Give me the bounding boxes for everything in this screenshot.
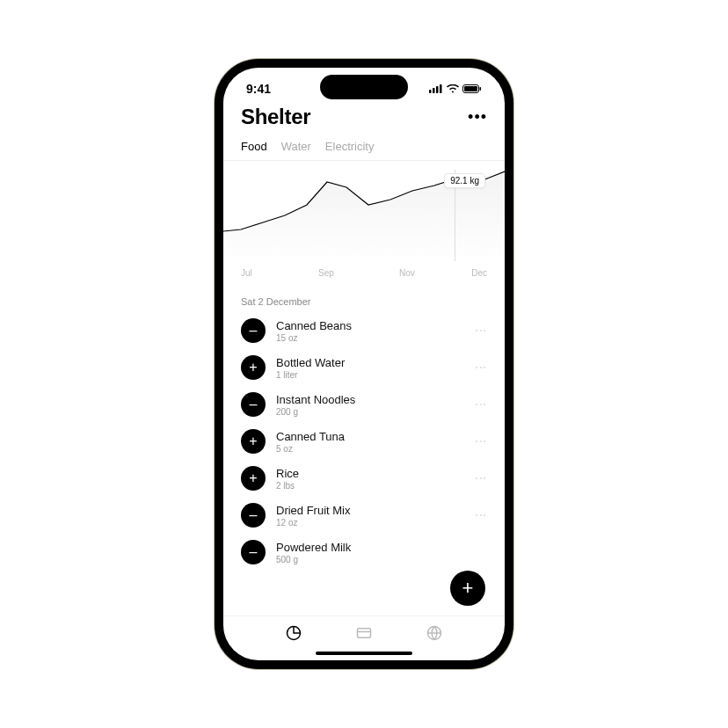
plus-icon[interactable] — [241, 466, 266, 491]
status-time: 9:41 — [246, 82, 271, 96]
chart-pie-icon[interactable] — [286, 625, 302, 641]
tick-sep: Sep — [318, 268, 334, 278]
list-item: Rice 2 lbs ⋮ — [241, 460, 487, 497]
svg-rect-8 — [358, 629, 371, 638]
item-more-icon[interactable]: ⋮ — [475, 436, 487, 448]
more-icon[interactable]: ••• — [468, 108, 487, 127]
svg-rect-6 — [480, 87, 482, 91]
svg-rect-2 — [436, 86, 439, 93]
minus-icon[interactable] — [241, 540, 266, 564]
item-more-icon[interactable]: ⋮ — [475, 325, 487, 337]
wifi-icon — [447, 84, 459, 93]
phone-frame: 9:41 Shelter ••• Food Water Electricity — [215, 59, 513, 669]
list-item: Instant Noodles 200 g ⋮ — [241, 386, 487, 423]
svg-rect-3 — [440, 84, 442, 93]
signal-icon — [429, 84, 443, 93]
chart-callout: 92.1 kg — [444, 173, 485, 188]
globe-icon[interactable] — [426, 625, 442, 641]
dynamic-island — [320, 75, 408, 99]
item-title: Bottled Water — [276, 356, 464, 369]
item-title: Instant Noodles — [276, 393, 464, 406]
battery-icon — [462, 84, 482, 93]
plus-icon[interactable] — [241, 429, 266, 454]
add-button[interactable]: + — [450, 571, 485, 606]
svg-rect-5 — [464, 86, 477, 91]
item-sub: 2 lbs — [276, 481, 464, 491]
home-indicator[interactable] — [223, 646, 505, 660]
list-item: Dried Fruit Mix 12 oz ⋮ — [241, 497, 487, 534]
svg-rect-1 — [433, 88, 435, 93]
status-icons — [429, 84, 482, 93]
tabs: Food Water Electricity — [223, 135, 505, 161]
list-item: Powdered Milk 500 g — [241, 534, 487, 571]
tab-bar — [223, 615, 505, 646]
svg-rect-0 — [429, 90, 432, 93]
list-item: Canned Tuna 5 oz ⋮ — [241, 423, 487, 460]
date-header: Sat 2 December — [223, 289, 505, 312]
tick-dec: Dec — [471, 268, 487, 278]
item-title: Rice — [276, 467, 464, 480]
item-more-icon[interactable]: ⋮ — [475, 473, 487, 484]
item-title: Canned Tuna — [276, 430, 464, 443]
screen: 9:41 Shelter ••• Food Water Electricity — [223, 68, 505, 660]
item-sub: 15 oz — [276, 333, 464, 343]
item-sub: 500 g — [276, 555, 487, 564]
minus-icon[interactable] — [241, 392, 266, 417]
tab-electricity[interactable]: Electricity — [325, 140, 375, 153]
page-title: Shelter — [241, 105, 310, 129]
item-title: Dried Fruit Mix — [276, 504, 464, 517]
tab-water[interactable]: Water — [281, 140, 311, 153]
item-title: Powdered Milk — [276, 541, 487, 554]
item-list: Canned Beans 15 oz ⋮ Bottled Water 1 lit… — [223, 312, 505, 615]
list-item: Canned Beans 15 oz ⋮ — [241, 312, 487, 349]
minus-icon[interactable] — [241, 503, 266, 528]
chart-x-axis: Jul Sep Nov Dec — [223, 263, 505, 268]
tab-food[interactable]: Food — [241, 140, 267, 153]
list-item: Bottled Water 1 liter ⋮ — [241, 349, 487, 386]
item-sub: 12 oz — [276, 518, 464, 528]
item-more-icon[interactable]: ⋮ — [475, 399, 487, 411]
item-title: Canned Beans — [276, 319, 464, 332]
item-more-icon[interactable]: ⋮ — [475, 510, 487, 521]
item-sub: 1 liter — [276, 370, 464, 380]
minus-icon[interactable] — [241, 318, 266, 343]
item-more-icon[interactable]: ⋮ — [475, 362, 487, 374]
tick-nov: Nov — [399, 268, 415, 278]
item-sub: 5 oz — [276, 444, 464, 454]
tick-jul: Jul — [241, 268, 252, 278]
card-icon[interactable] — [356, 625, 372, 641]
plus-icon[interactable] — [241, 355, 266, 380]
item-sub: 200 g — [276, 407, 464, 417]
chart: 92.1 kg Jul Sep Nov Dec — [223, 161, 505, 289]
